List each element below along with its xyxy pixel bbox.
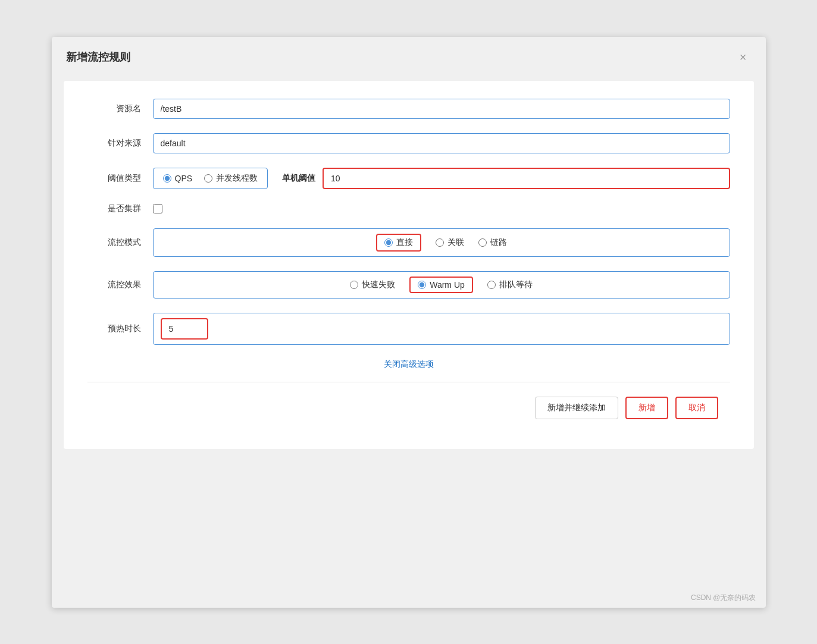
effect-warmup-label: Warm Up [430,280,465,290]
effect-box: 快速失败 Warm Up 排队等待 [153,271,730,299]
effect-control: 快速失败 Warm Up 排队等待 [153,271,730,299]
mode-options: 直接 关联 链路 [376,234,507,252]
qps-label: QPS [175,174,193,183]
cancel-button[interactable]: 取消 [675,397,718,419]
effect-queue-option[interactable]: 排队等待 [487,279,533,290]
effect-fast-fail-radio[interactable] [350,281,358,289]
close-button[interactable]: × [735,49,752,65]
mode-related-label: 关联 [447,237,464,248]
preheat-label: 预热时长 [87,323,141,334]
dialog: 新增流控规则 × 资源名 针对来源 阈值类型 [52,37,766,608]
cluster-checkbox-label[interactable] [153,204,730,213]
thread-radio[interactable] [204,174,212,183]
mode-chain-option[interactable]: 链路 [478,237,507,248]
threshold-type-control: QPS 并发线程数 单机阈值 [153,168,730,189]
source-label: 针对来源 [87,138,141,149]
source-row: 针对来源 [87,133,730,153]
preheat-box [153,313,730,345]
threshold-row: 阈值类型 QPS 并发线程数 单机阈值 [87,168,730,189]
effect-queue-label: 排队等待 [499,279,533,290]
mode-direct-option[interactable]: 直接 [376,234,421,252]
watermark: CSDN @无奈的码农 [691,593,756,603]
mode-label: 流控模式 [87,237,141,248]
dialog-body: 资源名 针对来源 阈值类型 QPS [64,81,754,449]
mode-direct-label: 直接 [396,237,413,248]
preheat-control [153,313,730,345]
effect-fast-fail-label: 快速失败 [362,279,395,290]
resource-control [153,99,730,119]
cluster-control [153,204,730,213]
mode-control: 直接 关联 链路 [153,228,730,257]
mode-chain-radio[interactable] [478,238,487,247]
advanced-link[interactable]: 关闭高级选项 [384,359,434,369]
preheat-input[interactable] [161,318,208,340]
mode-related-radio[interactable] [436,238,444,247]
add-button[interactable]: 新增 [625,397,668,419]
mode-direct-radio[interactable] [384,238,393,247]
source-input[interactable] [153,133,730,153]
dialog-header: 新增流控规则 × [52,37,766,71]
dialog-title: 新增流控规则 [66,50,130,64]
mode-related-option[interactable]: 关联 [436,237,464,248]
effect-warmup-option[interactable]: Warm Up [409,277,473,293]
preheat-row: 预热时长 [87,313,730,345]
dialog-footer: 新增并继续添加 新增 取消 [87,397,730,431]
mode-box: 直接 关联 链路 [153,228,730,257]
single-threshold-label: 单机阈值 [282,173,315,184]
add-continue-button[interactable]: 新增并继续添加 [535,397,618,419]
cluster-checkbox[interactable] [153,204,162,213]
mode-chain-label: 链路 [490,237,507,248]
effect-options: 快速失败 Warm Up 排队等待 [350,277,533,293]
threshold-row-inner: QPS 并发线程数 单机阈值 [153,168,730,189]
single-threshold-input[interactable] [323,168,730,189]
divider [87,382,730,382]
effect-fast-fail-option[interactable]: 快速失败 [350,279,395,290]
single-threshold-wrap [323,168,730,189]
threshold-type-group: QPS 并发线程数 [153,168,268,189]
effect-label: 流控效果 [87,279,141,290]
source-control [153,133,730,153]
qps-radio[interactable] [163,174,171,183]
thread-option[interactable]: 并发线程数 [204,173,258,184]
advanced-link-row: 关闭高级选项 [87,359,730,370]
mode-row: 流控模式 直接 关联 链路 [87,228,730,257]
effect-warmup-radio[interactable] [418,281,426,289]
effect-queue-radio[interactable] [487,281,496,289]
threshold-type-label: 阈值类型 [87,173,141,184]
qps-option[interactable]: QPS [163,174,193,183]
thread-label: 并发线程数 [216,173,258,184]
cluster-row: 是否集群 [87,203,730,214]
resource-input[interactable] [153,99,730,119]
effect-row: 流控效果 快速失败 Warm Up 排队等 [87,271,730,299]
resource-row: 资源名 [87,99,730,119]
cluster-label: 是否集群 [87,203,141,214]
resource-label: 资源名 [87,103,141,114]
